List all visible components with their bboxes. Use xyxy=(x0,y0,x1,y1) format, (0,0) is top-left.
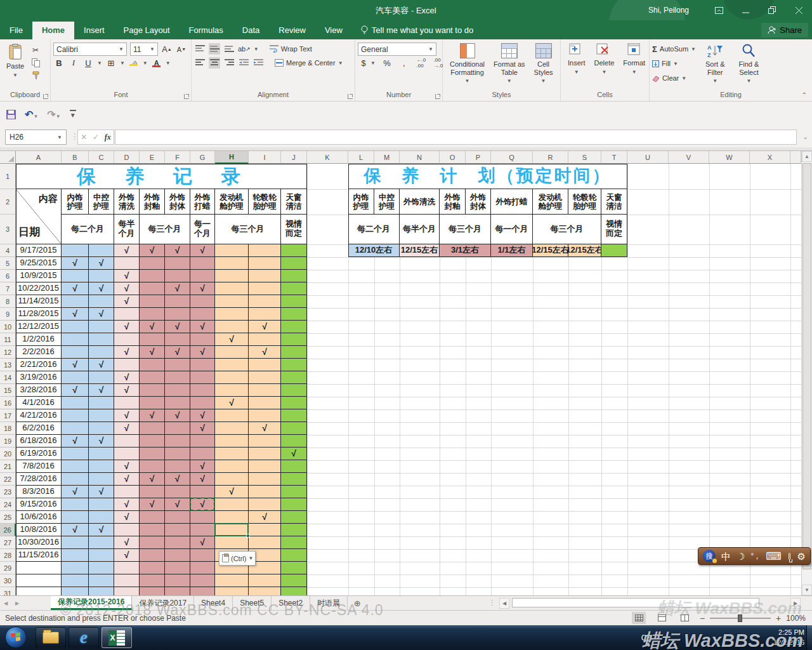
record-cell-D10[interactable]: √ xyxy=(114,321,140,333)
record-cell-C24[interactable] xyxy=(89,498,114,511)
row-header-18[interactable]: 18 xyxy=(0,422,16,435)
bold-button[interactable]: B xyxy=(53,57,65,69)
record-cell-E13[interactable] xyxy=(140,359,165,371)
record-cell-B10[interactable] xyxy=(62,321,89,333)
record-cell-F8[interactable] xyxy=(165,295,190,308)
date-cell-row18[interactable]: 6/2/2016 xyxy=(16,422,62,435)
record-cell-H14[interactable] xyxy=(215,371,249,384)
record-cell-J11[interactable] xyxy=(281,333,307,346)
record-cell-B21[interactable] xyxy=(62,460,89,473)
tab-home[interactable]: Home xyxy=(32,22,74,39)
record-cell-D26[interactable] xyxy=(114,524,140,536)
record-cell-E23[interactable] xyxy=(140,486,165,498)
record-cell-E24[interactable]: √ xyxy=(140,498,165,511)
row-header-13[interactable]: 13 xyxy=(0,359,16,371)
formula-input[interactable] xyxy=(115,129,797,145)
selected-cell-outline[interactable] xyxy=(214,523,249,536)
record-cell-C28[interactable] xyxy=(89,549,114,562)
row-header-17[interactable]: 17 xyxy=(0,409,16,422)
row-header-19[interactable]: 19 xyxy=(0,435,16,448)
row-header-28[interactable]: 28 xyxy=(0,549,16,562)
date-cell-row10[interactable]: 12/12/2015 xyxy=(16,321,62,333)
record-cell-J24[interactable] xyxy=(281,498,307,511)
record-cell-H25[interactable] xyxy=(215,511,249,524)
record-cell-D5[interactable] xyxy=(114,257,140,270)
date-cell-row21[interactable]: 7/8/2016 xyxy=(16,460,62,473)
record-cell-G14[interactable] xyxy=(190,371,215,384)
record-cell-H6[interactable] xyxy=(215,270,249,282)
format-as-table-button[interactable]: Format as Table▼ xyxy=(489,41,530,86)
record-cell-H31[interactable] xyxy=(215,587,249,595)
ribbon-display-options-button[interactable] xyxy=(705,0,732,20)
record-cell-D18[interactable]: √ xyxy=(114,422,140,435)
record-cell-G11[interactable] xyxy=(190,333,215,346)
record-cell-E19[interactable] xyxy=(140,435,165,448)
plan-schedule-0[interactable]: 12/10左右 xyxy=(348,244,400,257)
record-frequency-1[interactable]: 每半 个月 xyxy=(114,215,140,244)
column-header-C[interactable]: C xyxy=(89,151,114,164)
record-cell-J30[interactable] xyxy=(281,574,307,587)
record-cell-B26[interactable]: √ xyxy=(62,524,89,536)
font-color-button[interactable]: A xyxy=(151,57,162,69)
record-cell-C18[interactable] xyxy=(89,422,114,435)
font-size-combo[interactable]: 11▼ xyxy=(130,43,158,56)
record-cell-I19[interactable] xyxy=(249,435,281,448)
date-cell-row26[interactable]: 10/8/2016 xyxy=(16,524,62,536)
record-cell-G21[interactable]: √ xyxy=(190,460,215,473)
page-break-view-button[interactable] xyxy=(678,612,691,624)
record-cell-B22[interactable] xyxy=(62,473,89,486)
record-cell-G20[interactable] xyxy=(190,448,215,460)
record-cell-F14[interactable] xyxy=(165,371,190,384)
date-cell-row23[interactable]: 8/3/2016 xyxy=(16,486,62,498)
record-cell-G13[interactable] xyxy=(190,359,215,371)
row-header-5[interactable]: 5 xyxy=(0,257,16,270)
record-cell-G5[interactable] xyxy=(190,257,215,270)
enter-check-icon[interactable]: ✓ xyxy=(93,133,99,142)
record-cell-F18[interactable] xyxy=(165,422,190,435)
date-cell-row20[interactable]: 6/19/2016 xyxy=(16,448,62,460)
align-center-icon[interactable] xyxy=(209,57,220,69)
record-cell-G23[interactable] xyxy=(190,486,215,498)
fill-handle[interactable] xyxy=(246,534,250,538)
record-cell-G4[interactable]: √ xyxy=(190,244,215,257)
currency-format-button[interactable]: $ xyxy=(358,57,369,69)
normal-view-button[interactable] xyxy=(632,612,646,624)
underline-button[interactable]: U xyxy=(82,57,94,69)
record-cell-J25[interactable] xyxy=(281,511,307,524)
record-cell-C10[interactable] xyxy=(89,321,114,333)
tab-scroll-right-icon[interactable]: ▶ xyxy=(11,596,23,610)
record-cell-C23[interactable]: √ xyxy=(89,486,114,498)
plan-header-O[interactable]: 外饰 封釉 xyxy=(440,189,466,215)
tab-formulas[interactable]: Formulas xyxy=(180,22,233,39)
record-cell-J15[interactable] xyxy=(281,384,307,397)
column-header-M[interactable]: M xyxy=(374,151,400,164)
record-cell-H16[interactable]: √ xyxy=(215,397,249,409)
date-cell-row4[interactable]: 9/17/2015 xyxy=(16,244,62,257)
row-header-3[interactable]: 3 xyxy=(0,215,16,244)
borders-button[interactable]: ⊞ xyxy=(105,57,117,69)
record-cell-H24[interactable] xyxy=(215,498,249,511)
record-cell-C14[interactable] xyxy=(89,371,114,384)
orientation-button[interactable]: ab↗ xyxy=(238,43,251,55)
date-cell-row31[interactable] xyxy=(16,587,62,595)
row-header-6[interactable]: 6 xyxy=(0,270,16,282)
record-cell-F12[interactable]: √ xyxy=(165,346,190,359)
record-cell-D13[interactable] xyxy=(114,359,140,371)
record-cell-H12[interactable] xyxy=(215,346,249,359)
record-cell-B28[interactable] xyxy=(62,549,89,562)
record-cell-F4[interactable]: √ xyxy=(165,244,190,257)
sheet-tab-3[interactable]: Sheet4 xyxy=(194,596,233,610)
date-cell-row28[interactable]: 11/15/2016 xyxy=(16,549,62,562)
record-cell-E28[interactable] xyxy=(140,549,165,562)
plan-frequency-5[interactable]: 视情 而定 xyxy=(601,215,627,244)
align-middle-icon[interactable] xyxy=(209,43,220,55)
record-cell-J10[interactable] xyxy=(281,321,307,333)
record-cell-E26[interactable] xyxy=(140,524,165,536)
page-layout-view-button[interactable] xyxy=(655,612,669,624)
record-header-H[interactable]: 发动机 舱护理 xyxy=(215,189,249,215)
format-cells-button[interactable]: Format▼ xyxy=(619,41,650,77)
record-cell-D31[interactable] xyxy=(114,587,140,595)
new-sheet-button[interactable]: ⊕ xyxy=(348,596,367,610)
date-cell-row17[interactable]: 4/21/2016 xyxy=(16,409,62,422)
restore-button[interactable] xyxy=(759,0,785,20)
